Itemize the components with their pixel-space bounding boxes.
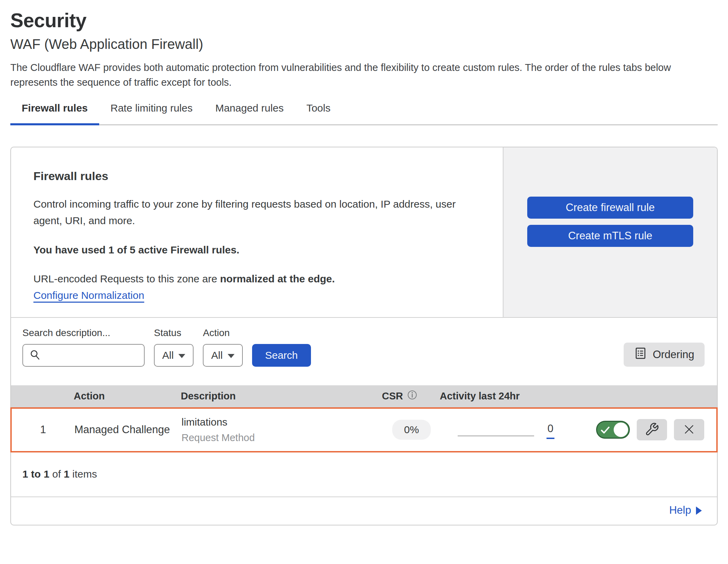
items-range: 1 to 1 xyxy=(22,468,49,480)
search-icon xyxy=(29,349,41,362)
search-button[interactable]: Search xyxy=(252,344,311,367)
table-row: 1 Managed Challenge limitations Request … xyxy=(10,407,718,452)
help-link-label: Help xyxy=(669,504,691,516)
tab-firewall-rules[interactable]: Firewall rules xyxy=(10,102,99,124)
rule-action: Managed Challenge xyxy=(74,424,181,436)
configure-normalization-link[interactable]: Configure Normalization xyxy=(33,290,144,301)
items-suffix: items xyxy=(70,468,97,480)
create-firewall-rule-button[interactable]: Create firewall rule xyxy=(527,197,693,219)
normalization-note: URL-encoded Requests to this zone are no… xyxy=(33,273,482,285)
page-description: The Cloudflare WAF provides both automat… xyxy=(10,60,716,90)
header-activity: Activity last 24hr xyxy=(440,390,562,402)
activity-sparkline xyxy=(458,436,534,436)
header-csr-label: CSR xyxy=(382,390,403,402)
header-action: Action xyxy=(74,390,181,402)
tab-tools[interactable]: Tools xyxy=(295,102,342,124)
page-title: Security xyxy=(10,9,718,32)
status-filter-group: Status All xyxy=(154,327,194,367)
rule-description: limitations xyxy=(181,416,227,428)
delete-rule-button[interactable] xyxy=(674,419,704,440)
arrow-right-icon xyxy=(696,506,702,515)
items-of: of xyxy=(49,468,64,480)
action-dropdown-value: All xyxy=(211,349,222,361)
rule-description-sub: Request Method xyxy=(181,432,383,443)
card-heading: Firewall rules xyxy=(33,169,482,183)
firewall-rules-info: Firewall rules Control incoming traffic … xyxy=(11,147,503,317)
rule-priority: 1 xyxy=(12,424,74,436)
status-label: Status xyxy=(154,327,194,338)
card-description: Control incoming traffic to your zone by… xyxy=(33,196,482,229)
rule-controls xyxy=(563,419,716,440)
toggle-knob xyxy=(614,422,628,437)
ordering-button-label: Ordering xyxy=(653,348,694,361)
items-total: 1 xyxy=(64,468,70,480)
info-icon[interactable] xyxy=(407,390,417,403)
close-icon xyxy=(683,423,696,437)
csr-badge: 0% xyxy=(392,420,430,440)
header-csr: CSR xyxy=(382,390,440,403)
tab-rate-limiting-rules[interactable]: Rate limiting rules xyxy=(99,102,204,124)
security-waf-page: Security WAF (Web Application Firewall) … xyxy=(0,0,728,525)
waf-tabs: Firewall rules Rate limiting rules Manag… xyxy=(10,102,718,125)
create-mtls-rule-button[interactable]: Create mTLS rule xyxy=(527,225,693,247)
header-description: Description xyxy=(181,390,382,402)
rule-description-cell: limitations Request Method xyxy=(181,416,383,443)
page-subtitle: WAF (Web Application Firewall) xyxy=(10,36,718,52)
action-filter-group: Action All xyxy=(203,327,242,367)
rule-csr-cell: 0% xyxy=(383,420,440,440)
search-input[interactable] xyxy=(22,344,145,367)
normalization-bold: normalized at the edge. xyxy=(220,273,335,284)
rule-enabled-toggle[interactable] xyxy=(596,421,630,439)
ordering-button[interactable]: Ordering xyxy=(624,343,705,367)
usage-summary: You have used 1 of 5 active Firewall rul… xyxy=(33,244,482,256)
card-top-section: Firewall rules Control incoming traffic … xyxy=(11,147,717,318)
help-link[interactable]: Help xyxy=(669,504,702,516)
rule-activity-cell: 0 xyxy=(440,409,563,451)
filter-toolbar: Search description... Status All xyxy=(11,318,717,377)
create-actions-panel: Create firewall rule Create mTLS rule xyxy=(503,147,717,317)
help-section: Help xyxy=(11,497,717,525)
edit-rule-button[interactable] xyxy=(637,419,667,440)
chevron-down-icon xyxy=(178,354,185,358)
tab-managed-rules[interactable]: Managed rules xyxy=(204,102,295,124)
search-label: Search description... xyxy=(22,327,145,338)
firewall-rules-card: Firewall rules Control incoming traffic … xyxy=(10,147,718,525)
activity-count-link[interactable]: 0 xyxy=(547,422,554,439)
wrench-icon xyxy=(645,422,659,438)
search-group: Search description... xyxy=(22,327,145,367)
chevron-down-icon xyxy=(228,354,235,358)
check-icon xyxy=(601,426,610,435)
ordering-list-icon xyxy=(634,347,647,363)
table-header-row: Action Description CSR Activity last 24h… xyxy=(11,385,717,407)
action-label: Action xyxy=(203,327,242,338)
firewall-rules-table: Action Description CSR Activity last 24h… xyxy=(11,385,717,452)
status-dropdown[interactable]: All xyxy=(154,344,194,367)
action-dropdown[interactable]: All xyxy=(203,344,242,367)
status-dropdown-value: All xyxy=(162,349,174,361)
pagination-summary: 1 to 1 of 1 items xyxy=(11,452,717,497)
normalization-prefix: URL-encoded Requests to this zone are xyxy=(33,273,220,284)
